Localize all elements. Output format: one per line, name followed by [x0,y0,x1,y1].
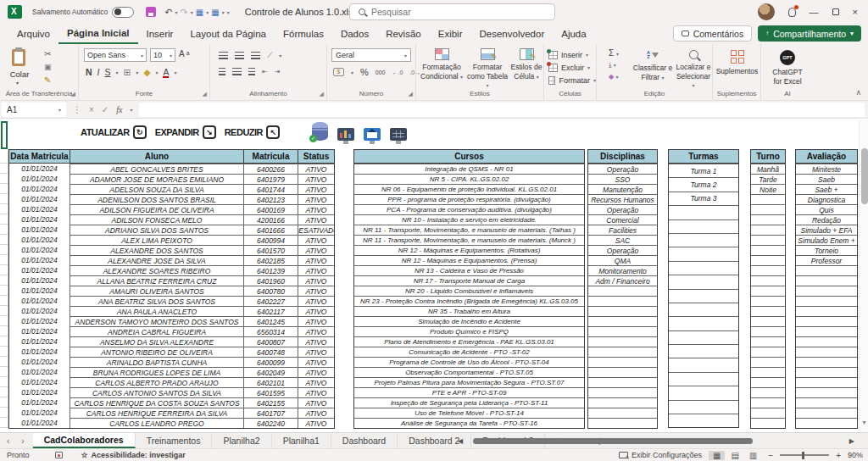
menu-tab[interactable]: Página Inicial [58,25,138,44]
cell-avaliacao[interactable]: Miniteste [796,164,857,174]
cell-disciplina[interactable] [588,387,657,397]
cell-turno[interactable] [751,194,785,204]
undo-icon[interactable]: ↶ [164,7,172,18]
menu-tab[interactable]: Dados [332,25,377,43]
cell-turno[interactable] [751,286,785,296]
cell-data-matricula[interactable]: 01/01/2024 [9,214,70,225]
collapse-button[interactable]: REDUZIR↖ [225,125,280,139]
document-title[interactable]: Controle de Alunos 1.0.xlsm ▾ [245,7,366,17]
delete-cells-button[interactable]: Excluir▾ [548,61,596,74]
cell-turno[interactable] [751,275,785,286]
cell-status[interactable]: ATIVO [298,174,334,184]
percent-icon[interactable]: % [360,67,369,77]
close-button[interactable]: × [853,7,858,17]
tips-bulb-icon[interactable] [788,8,796,17]
col-header-cursos[interactable]: Cursos [354,150,584,164]
align-middle-icon[interactable] [235,52,244,59]
cell-curso[interactable]: Plano de Atendimento e Emergência - PAE … [354,336,584,347]
cell-status[interactable]: ATIVO [298,255,334,265]
format-cells-button[interactable]: Formatar▾ [548,74,596,86]
cell-data-matricula[interactable]: 01/01/2024 [9,347,70,357]
cell-avaliacao[interactable] [796,367,857,377]
cell-disciplina[interactable] [588,326,657,336]
cell-disciplina[interactable]: Monitoramento [588,265,657,275]
horizontal-scrollbar-thumb[interactable] [473,438,753,444]
cell-aluno[interactable]: ANA BEATRIZ SILVA DOS SANTOS [70,296,243,306]
cell-status[interactable]: ATIVO [298,326,334,336]
cell-avaliacao[interactable] [796,306,857,316]
cell-data-matricula[interactable]: 01/01/2024 [9,316,70,326]
chatgpt-button[interactable]: GPT ChatGPTfor Excel [761,48,814,86]
cell-curso[interactable]: NR 06 - Equipamento de proteção individu… [354,184,584,194]
clipboard-dialog-launcher-icon[interactable]: ◢ [71,91,75,97]
cell-matricula[interactable]: 6401707 [243,408,298,418]
cell-status[interactable]: ATIVO [298,265,334,275]
cell-turma[interactable] [669,386,738,399]
cell-turno[interactable] [751,367,785,377]
cell-curso[interactable]: Inspeção de Segurança pela Liderança - P… [354,397,584,408]
cell-turno[interactable] [751,377,785,387]
align-left-icon[interactable] [219,68,225,75]
cell-avaliacao[interactable]: Diagnostica [796,194,857,204]
cell-avaliacao[interactable] [796,326,857,336]
cell-turno[interactable] [751,357,785,367]
cell-turno[interactable] [751,347,785,357]
cell-turno[interactable] [751,408,785,418]
cell-data-matricula[interactable]: 01/01/2024 [9,408,70,418]
cell-turno[interactable]: Tarde [751,174,785,184]
cell-data-matricula[interactable]: 01/01/2024 [9,174,70,184]
scroll-left-icon[interactable]: ◀ [458,437,463,445]
cell-curso[interactable]: Projeto Palmas Pitura para Movimentação … [354,377,584,387]
orientation-icon[interactable]: ⟋ [267,51,272,60]
sheet-tab[interactable]: Planilha1 [272,433,331,448]
search-input[interactable] [371,7,524,17]
formula-input[interactable] [139,103,865,117]
cell-turno[interactable] [751,387,785,397]
italic-button[interactable]: I [97,67,100,77]
cell-data-matricula[interactable]: 01/01/2024 [9,184,70,194]
cell-disciplina[interactable]: QMA [588,255,657,265]
database-icon[interactable] [312,122,328,141]
format-as-table-button[interactable]: ✎ Formatar como Tabela ▾ [465,48,509,90]
format-painter-icon[interactable]: ✎ [44,75,52,85]
fill-icon[interactable]: ⤓ ▾ [609,61,619,69]
cell-matricula[interactable]: 6560314 [243,326,298,336]
zoom-level[interactable]: 90% [848,451,863,459]
col-header-status[interactable]: Status [298,150,334,164]
minimize-button[interactable]: — [810,7,819,17]
cell-data-matricula[interactable]: 01/01/2024 [9,377,70,387]
col-header-turmas[interactable]: Turmas [669,150,738,164]
cell-data-matricula[interactable]: 01/01/2024 [9,357,70,367]
cell-turma[interactable] [669,289,738,303]
cell-status[interactable]: ATIVO [298,347,334,357]
cell-aluno[interactable]: ALEXANDRE JOSE DA SILVA [70,255,243,265]
table-tool-caret-icon[interactable]: ▾ [206,9,209,15]
cell-avaliacao[interactable]: Professor [796,255,857,265]
page-layout-view-button[interactable]: ▤ [726,451,743,460]
find-select-button[interactable]: Localizar e Selecionar ▾ [675,48,712,90]
addins-button[interactable]: Suplementos [713,48,761,76]
macro-record-icon[interactable] [55,452,63,458]
cell-matricula[interactable]: 6400994 [243,235,298,245]
cell-curso[interactable]: Comunicação de Acidente - PTO -ST-02 [354,347,584,357]
display-settings-button[interactable]: Exibir Configurações [619,451,702,459]
cell-disciplina[interactable] [588,377,657,387]
decrease-indent-icon[interactable]: ⇤ [262,68,268,75]
cell-curso[interactable]: NR 13 - Caldeira e Vaso de Pressão [354,265,584,275]
vertical-scrollbar-thumb[interactable] [861,148,868,204]
cell-turma[interactable] [669,219,738,233]
cell-disciplina[interactable] [588,357,657,367]
paste-icon[interactable] [12,49,25,66]
cell-curso[interactable]: NR 11 - Transporte, Movimentação, e manu… [354,235,584,245]
cell-turma[interactable]: Turma 1 [669,164,738,177]
cell-aluno[interactable]: ADELSON SOUZA DA SILVA [70,184,243,194]
share-button[interactable]: ↑ Compartilhamento ▾ [758,25,861,42]
cell-avaliacao[interactable] [796,377,857,387]
cell-aluno[interactable]: ANA PAULA ANACLETO [70,306,243,316]
font-dialog-launcher-icon[interactable]: ◢ [203,91,207,97]
cell-turma[interactable] [669,205,738,219]
table-tool2-caret-icon[interactable]: ▾ [222,9,225,15]
cell-data-matricula[interactable]: 01/01/2024 [9,164,70,174]
next-sheet-icon[interactable]: › [21,436,24,446]
cell-turma[interactable] [669,247,738,260]
